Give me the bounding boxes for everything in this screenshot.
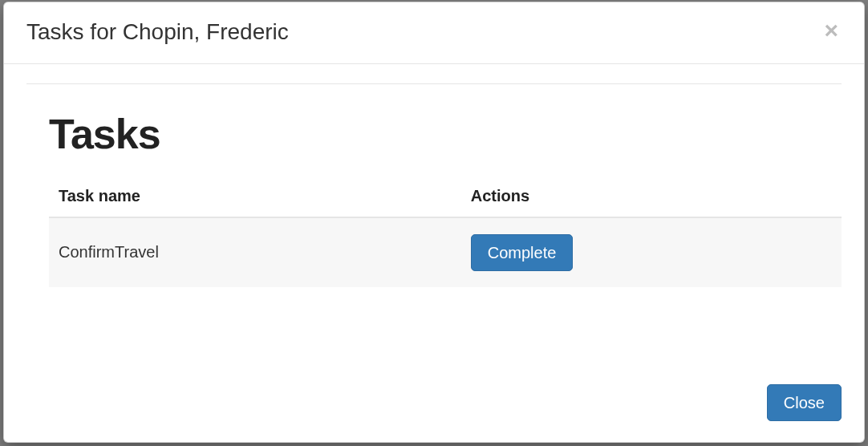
- column-header-task-name: Task name: [49, 180, 461, 217]
- section-heading-tasks: Tasks: [49, 110, 842, 158]
- modal-body: Tasks Task name Actions ConfirmTravel Co…: [4, 64, 864, 368]
- tasks-table: Task name Actions ConfirmTravel Complete: [49, 180, 842, 287]
- task-actions-cell: Complete: [461, 217, 842, 287]
- task-name-cell: ConfirmTravel: [49, 217, 461, 287]
- column-header-actions: Actions: [461, 180, 842, 217]
- close-button[interactable]: Close: [767, 384, 842, 421]
- complete-button[interactable]: Complete: [471, 234, 574, 271]
- table-row: ConfirmTravel Complete: [49, 217, 842, 287]
- divider: [26, 83, 842, 84]
- modal-header: Tasks for Chopin, Frederic ×: [4, 2, 864, 64]
- modal-footer: Close: [4, 368, 864, 442]
- tasks-modal: Tasks for Chopin, Frederic × Tasks Task …: [3, 2, 865, 443]
- close-icon[interactable]: ×: [821, 18, 842, 43]
- modal-title: Tasks for Chopin, Frederic: [26, 18, 289, 46]
